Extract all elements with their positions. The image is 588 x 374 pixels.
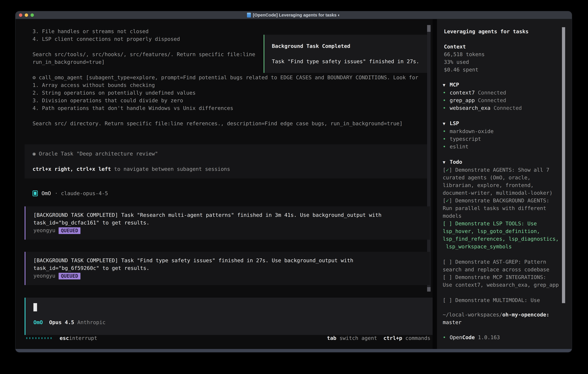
todo-checkbox: [446, 297, 449, 303]
tool-call-line: Search src/ directory. Return specific f…: [32, 120, 418, 127]
terminal-output-block: 3. File handles or streams not closed4. …: [32, 28, 255, 66]
version-number: 1.0.163: [478, 334, 500, 340]
sidebar-scrollbar-thumb[interactable]: [562, 27, 565, 303]
task-line-2: task_id="bg_dcfac161" to get results.: [33, 219, 430, 227]
todo-checkbox: [446, 259, 449, 265]
input-provider: Anthropic: [77, 319, 105, 325]
main-scrollbar-bottom[interactable]: [427, 287, 430, 291]
connected-dot-icon: •: [443, 127, 450, 135]
todo-gap: [443, 250, 564, 258]
terminal-output-line: 4. LSP client connections not properly d…: [32, 35, 255, 43]
task-user: yeongyu: [33, 273, 55, 279]
lsp-heading-row[interactable]: ▼LSP: [443, 119, 494, 127]
text-cursor: [33, 303, 37, 311]
mcp-status: Connected: [475, 97, 506, 103]
todo-line[interactable]: [ ] Demonstrate MULTIMODAL: Use: [443, 296, 564, 304]
todo-line: Use context7, websearch_exa, grep_app: [443, 281, 564, 289]
todo-heading: Todo: [450, 159, 462, 165]
session-title: Leveraging agents for tasks: [444, 28, 528, 35]
context-section: Context 66,518 tokens 33% used $0.46 spe…: [444, 43, 485, 73]
agent-header: OmO · claude-opus-4-5: [32, 189, 108, 197]
todo-gap: [443, 289, 564, 296]
mcp-name: context7: [450, 90, 475, 96]
todo-line[interactable]: [ ] Demonstrate AST-GREP: Pattern: [443, 258, 564, 266]
ctrlp-key[interactable]: ctrl+p: [383, 335, 402, 341]
todo-line[interactable]: [ ] Demonstrate LSP TOOLS: Use: [443, 220, 564, 227]
todo-line: lsp_workspace_symbols: [443, 243, 564, 250]
todo-line: curated agents (OmO, oracle,: [443, 174, 564, 181]
spinner-icon: [26, 337, 52, 339]
background-task-card[interactable]: [BACKGROUND TASK COMPLETED] Task "Find t…: [25, 252, 430, 285]
todo-line[interactable]: [ ] Demonstrate MCP INTEGRATIONS:: [443, 273, 564, 281]
lsp-item[interactable]: •eslint: [443, 143, 494, 150]
mcp-item[interactable]: •grep_app Connected: [443, 96, 522, 104]
context-heading: Context: [444, 43, 485, 51]
oracle-spacer: [32, 157, 430, 165]
main-scrollbar-thumb[interactable]: [427, 32, 430, 287]
tool-call-line: ⚙ call_omo_agent [subagent_type=explore,…: [32, 74, 418, 81]
collapse-triangle-icon[interactable]: ▼: [443, 81, 450, 89]
todo-line: document-writer, multimodal-looker): [443, 189, 564, 197]
tool-call-line: 3. Division operations that could divide…: [32, 97, 418, 104]
connected-dot-icon: •: [443, 104, 450, 112]
background-task-card[interactable]: [BACKGROUND TASK COMPLETED] Task "Resear…: [25, 206, 430, 240]
gear-icon: ⚙: [32, 74, 39, 80]
mcp-status: Connected: [475, 90, 506, 96]
prompt-input[interactable]: OmO Opus 4.5 Anthropic: [25, 298, 433, 335]
agent-icon: [32, 190, 38, 196]
input-model[interactable]: Opus 4.5: [49, 319, 74, 325]
mcp-section: ▼MCP •context7 Connected•grep_app Connec…: [443, 81, 522, 112]
main-scrollbar-top[interactable]: [427, 25, 430, 32]
todo-line[interactable]: [✓] Demonstrate AGENTS: Show all 7: [443, 166, 564, 174]
todo-heading-row[interactable]: ▼Todo: [443, 158, 564, 166]
mcp-item[interactable]: •websearch_exa Connected: [443, 104, 522, 112]
task-line-1: [BACKGROUND TASK COMPLETED] Task "Find t…: [33, 257, 430, 264]
spinner-dot: [35, 337, 36, 339]
version-name: Open: [450, 334, 462, 340]
status-dot-icon: •: [443, 333, 450, 341]
window-titlebar[interactable]: [OpenCode] Leveraging agents for tasks ◐: [15, 11, 572, 19]
version-row: •OpenCode 1.0.163: [443, 333, 500, 341]
mcp-heading-row[interactable]: ▼MCP: [443, 81, 522, 89]
app-window: [OpenCode] Leveraging agents for tasks ◐…: [15, 11, 572, 352]
todo-line: Run parallel tasks with different: [443, 204, 564, 212]
status-badge: QUEUED: [59, 273, 80, 280]
connected-dot-icon: •: [443, 89, 450, 96]
tool-call-line: [32, 112, 418, 120]
notification-title: Background Task Completed: [272, 42, 429, 50]
lsp-name: typescript: [450, 136, 481, 142]
esc-label: interrupt: [69, 334, 97, 342]
task-meta-row: yeongyuQUEUED: [33, 227, 430, 234]
todo-line: models: [443, 212, 564, 220]
context-spent: $0.46 spent: [444, 66, 485, 73]
terminal-main[interactable]: 3. File handles or streams not closed4. …: [15, 19, 433, 349]
lsp-item[interactable]: •markdown-oxide: [443, 127, 494, 135]
spinner-dot: [32, 337, 33, 339]
window-title-text: [OpenCode] Leveraging agents for tasks ◐: [253, 13, 340, 18]
todo-line: librarian, explore, frontend,: [443, 181, 564, 189]
todo-line: lsp_find_references, lsp_diagnostics,: [443, 235, 564, 243]
lsp-section: ▼LSP •markdown-oxide•typescript•eslint: [443, 119, 494, 150]
esc-key[interactable]: esc: [60, 334, 69, 342]
tab-key[interactable]: tab: [327, 335, 336, 341]
ctrlp-label: commands: [405, 335, 430, 341]
todo-line[interactable]: [✓] Demonstrate BACKGROUND AGENTS:: [443, 197, 564, 204]
notification-toast: Background Task Completed Task "Find typ…: [264, 35, 429, 73]
collapse-triangle-icon[interactable]: ▼: [443, 120, 450, 127]
window-bottom-edge: [15, 349, 572, 352]
collapse-triangle-icon[interactable]: ▼: [443, 158, 450, 166]
oracle-task-panel[interactable]: ◉ Oracle Task "Deep architecture review"…: [25, 144, 430, 178]
mcp-item[interactable]: •context7 Connected: [443, 89, 522, 96]
status-badge: QUEUED: [59, 227, 80, 234]
agent-name: OmO: [42, 189, 51, 197]
connected-dot-icon: •: [443, 143, 450, 150]
mcp-name: websearch_exa: [450, 105, 491, 111]
lsp-name: eslint: [450, 144, 469, 150]
terminal-output-line: Search src/tools/, src/hooks/, src/featu…: [32, 51, 255, 58]
todo-checkbox: ✓: [446, 167, 449, 173]
sidebar: Leveraging agents for tasks Context 66,5…: [437, 19, 572, 349]
oracle-hint-keys: ctrl+x right, ctrl+x left: [32, 166, 111, 172]
lsp-item[interactable]: •typescript: [443, 135, 494, 143]
todo-line: search and replace across codebase: [443, 266, 564, 273]
input-meta-row: OmO Opus 4.5 Anthropic: [33, 319, 106, 326]
